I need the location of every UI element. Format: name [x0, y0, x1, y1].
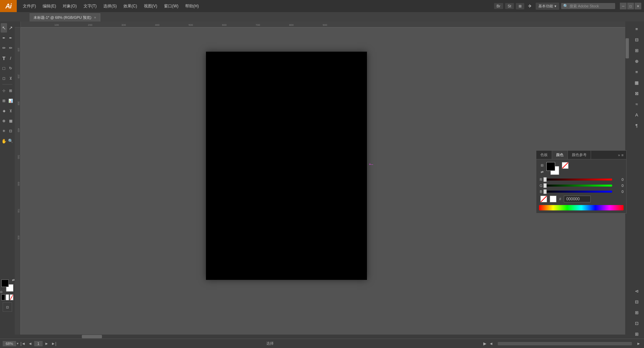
zoom-tool[interactable]: 🔍	[7, 136, 14, 146]
menu-view[interactable]: 视图(V)	[141, 0, 161, 12]
type-panel-btn[interactable]: A	[632, 110, 641, 119]
cc-libraries-panel-btn[interactable]: ⊡	[632, 318, 641, 328]
hscroll-thumb[interactable]	[82, 335, 102, 338]
navigate-tool-group: ✋ 🔍	[1, 136, 14, 146]
channel-r-slider[interactable]	[545, 179, 612, 181]
libraries-panel-btn[interactable]: ⊟	[632, 35, 641, 44]
channel-g-slider[interactable]	[545, 185, 612, 187]
selection-tool[interactable]: ↖	[1, 23, 7, 33]
tab-swatches[interactable]: 色板	[536, 151, 552, 159]
symbols-tool[interactable]: ✳	[1, 126, 7, 136]
page-input[interactable]	[34, 341, 43, 346]
line-segment-tool[interactable]: /	[7, 53, 14, 63]
swap-color-icon[interactable]: ⇄	[12, 278, 15, 282]
layers-panel-btn[interactable]: ⊞	[632, 46, 641, 55]
channel-b-slider[interactable]	[545, 191, 612, 193]
workspace-btn[interactable]: 基本功能 ▾	[536, 3, 559, 10]
first-page-btn[interactable]: |◄	[20, 341, 26, 347]
fill-black-swatch[interactable]	[1, 294, 5, 300]
channel-g-thumb[interactable]	[543, 183, 547, 188]
tab-close-btn[interactable]: ×	[94, 16, 96, 19]
expand-panel-btn[interactable]: ⊲	[632, 286, 641, 296]
direct-selection-tool[interactable]: ↗	[7, 23, 14, 33]
last-page-btn[interactable]: ►|	[51, 341, 57, 347]
gradient-tool[interactable]: ◈	[1, 106, 7, 115]
none-swatch[interactable]	[10, 294, 13, 300]
channel-r-thumb[interactable]	[543, 177, 547, 182]
eyedropper-tool-2[interactable]: ⊻	[7, 106, 14, 115]
blob-brush-tool[interactable]: ✏	[7, 43, 14, 53]
reset-color-icon[interactable]: ⊙	[0, 290, 3, 294]
hex-input[interactable]	[564, 196, 591, 202]
zoom-dropdown-icon[interactable]: ▾	[17, 342, 18, 345]
workspace-grid-btn[interactable]: ⊞	[516, 3, 524, 9]
fg-color-swatch[interactable]	[1, 280, 9, 287]
tab-color-guide[interactable]: 颜色参考	[568, 151, 591, 159]
rectangle-tool[interactable]: □	[1, 63, 7, 73]
menu-object[interactable]: 对象(O)	[59, 0, 80, 12]
menu-type[interactable]: 文字(T)	[80, 0, 100, 12]
menu-edit[interactable]: 编辑(E)	[39, 0, 59, 12]
share-icon[interactable]: ✈	[526, 3, 534, 9]
menu-select[interactable]: 选择(S)	[100, 0, 120, 12]
menu-file[interactable]: 文件(F)	[19, 0, 39, 12]
column-graph-tool[interactable]: ▦	[7, 116, 14, 126]
stroke-white-swatch[interactable]	[6, 294, 9, 300]
paragraph-panel-btn[interactable]: ¶	[632, 121, 641, 130]
artboard-tool[interactable]: ⊡	[7, 126, 14, 136]
links-panel-btn[interactable]: ⊟	[632, 297, 641, 306]
swap-fill-stroke[interactable]: ⇄	[539, 169, 545, 175]
next-page-btn[interactable]: ►	[44, 341, 49, 347]
new-artboard-btn[interactable]: ⊡	[3, 302, 12, 312]
align-panel-btn[interactable]: ≡	[632, 67, 641, 77]
search-input[interactable]	[570, 4, 613, 8]
menu-effect[interactable]: 效果(C)	[120, 0, 141, 12]
play-btn[interactable]: ▶	[483, 341, 487, 347]
eraser-tool[interactable]: ◻	[1, 73, 7, 83]
channel-b-thumb[interactable]	[543, 189, 547, 194]
vscroll-thumb[interactable]	[626, 38, 629, 58]
fg-color-rect[interactable]	[546, 162, 555, 171]
document-tab[interactable]: 未标题-1* @ 68% (RGB/GPU 预览) ×	[30, 13, 100, 21]
chart-tool[interactable]: 📊	[7, 96, 14, 105]
eyedropper-tool-1[interactable]: ⊻	[7, 73, 14, 83]
menu-help[interactable]: 帮助(H)	[182, 0, 202, 12]
glyphs-panel-btn[interactable]: ⊞	[632, 308, 641, 317]
scroll-right-btn[interactable]: ►	[636, 341, 641, 347]
puppet-warp-tool[interactable]: ⊹	[1, 86, 7, 95]
menu-window[interactable]: 窗口(W)	[161, 0, 182, 12]
pathfinder-panel-btn[interactable]: ⊠	[632, 89, 641, 98]
hex-white-swatch[interactable]	[550, 196, 556, 202]
pencil-tool[interactable]: ✏	[1, 43, 7, 53]
maximize-btn[interactable]: □	[627, 3, 634, 9]
zoom-input[interactable]	[3, 341, 16, 346]
pen-tool[interactable]: ✒	[1, 33, 7, 43]
minimize-btn[interactable]: ─	[620, 3, 627, 9]
hscrollbar[interactable]	[15, 335, 625, 339]
hex-none-swatch[interactable]	[540, 196, 547, 202]
type-tool[interactable]: T	[1, 53, 7, 63]
mesh-tool[interactable]: ⊞	[1, 96, 7, 105]
hand-tool[interactable]: ✋	[1, 136, 7, 146]
transform-panel-btn[interactable]: ▦	[632, 78, 641, 87]
none-stroke-swatch[interactable]	[562, 162, 569, 169]
prev-frame-btn[interactable]: ◄	[488, 341, 494, 347]
color-spectrum-strip[interactable]	[539, 205, 624, 210]
close-btn[interactable]: ✕	[635, 3, 641, 9]
status-scrollbar[interactable]	[498, 342, 632, 345]
rotate-tool[interactable]: ↻	[7, 63, 14, 73]
perspective-tool[interactable]: ⊞	[7, 86, 14, 95]
appearance-panel-btn[interactable]: ⊕	[632, 56, 641, 66]
stroke-panel-btn[interactable]: ≈	[632, 99, 641, 109]
fill-stroke-toggle[interactable]: ⊟	[539, 162, 545, 168]
bridge-btn[interactable]: Br	[494, 3, 503, 9]
properties-panel-btn[interactable]: ≡	[632, 24, 641, 34]
tab-color[interactable]: 颜色	[552, 151, 568, 159]
prev-page-btn[interactable]: ◄	[28, 341, 33, 347]
panel-options-btn[interactable]: » ≡	[615, 152, 626, 158]
blend-tool[interactable]: ⊕	[1, 116, 7, 126]
resize-panel-btn[interactable]: ⊞	[632, 329, 641, 339]
curvature-tool[interactable]: ✒	[7, 33, 14, 43]
fg-bg-swatch[interactable]: ⇄ ⊙	[1, 280, 13, 292]
stock-btn[interactable]: St	[505, 3, 514, 9]
